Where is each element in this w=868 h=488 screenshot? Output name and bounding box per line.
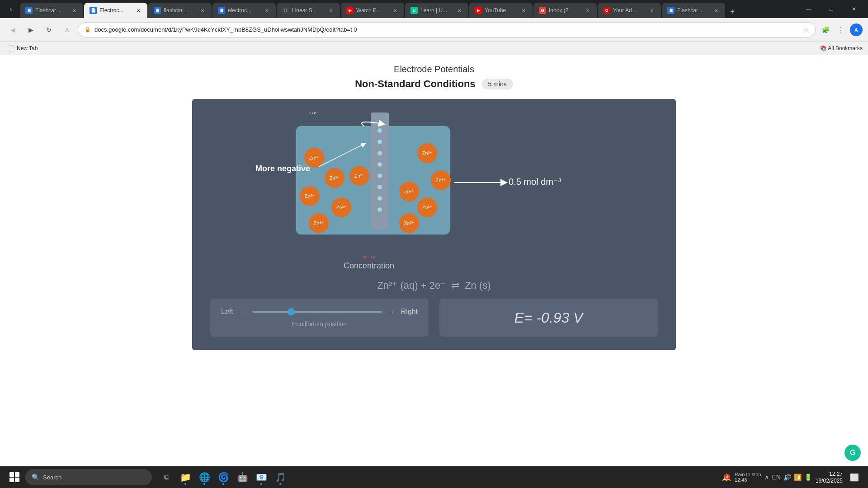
- minimize-button[interactable]: —: [798, 2, 819, 16]
- notification-time: 12:48: [735, 477, 747, 483]
- outlook-button[interactable]: 📧: [252, 468, 270, 486]
- tab-flashcards-11[interactable]: 📋 Flashcar... ✕: [662, 3, 725, 18]
- tab-linear[interactable]: ⬡ Linear S... ✕: [277, 3, 340, 18]
- tab-flashcards-1[interactable]: 📋 Flashcar... ✕: [20, 3, 83, 18]
- titlebar: ‹ 📋 Flashcar... ✕ 📄 Electroc... ✕ 📋 flas…: [0, 0, 868, 18]
- forward-button[interactable]: ▶: [24, 23, 38, 37]
- svg-point-6: [377, 174, 382, 178]
- tab-close-10[interactable]: ✕: [648, 7, 656, 14]
- edge-active-dot: [222, 483, 224, 485]
- back-button[interactable]: ◀: [5, 23, 20, 37]
- grammarly-button[interactable]: G: [844, 445, 861, 461]
- network-icon[interactable]: 📶: [794, 474, 802, 481]
- tab-electroc[interactable]: 📄 Electroc... ✕: [84, 3, 147, 18]
- extensions-area: 🧩 ⋮ A: [819, 23, 863, 36]
- tab-close-2[interactable]: ✕: [135, 7, 142, 14]
- show-desktop-button[interactable]: ⬜: [846, 469, 863, 485]
- page-subtitle: Non-Standard Conditions: [355, 78, 475, 90]
- extensions-button[interactable]: 🧩: [819, 23, 832, 36]
- slider-thumb[interactable]: [288, 308, 295, 315]
- outlook-icon: 📧: [256, 472, 267, 483]
- bookmark-star-icon[interactable]: ☆: [803, 26, 809, 33]
- svg-point-8: [377, 196, 382, 201]
- diagram-svg: More negative Zn²⁺ Zn²⁺ Zn²⁺ Zn²⁺ Zn²⁺ Z…: [210, 113, 662, 253]
- edge-icon: 🌀: [218, 472, 229, 483]
- tab-close-8[interactable]: ✕: [520, 7, 527, 14]
- svg-point-5: [377, 162, 382, 167]
- tab-inbox[interactable]: M Inbox (2... ✕: [533, 3, 597, 18]
- search-text: Search: [43, 474, 61, 481]
- tab-ads[interactable]: O Your Ad... ✕: [598, 3, 661, 18]
- svg-text:0.5 mol dm⁻³: 0.5 mol dm⁻³: [509, 177, 561, 187]
- volume-icon[interactable]: 🔊: [783, 474, 791, 481]
- svg-text:Zn²⁺: Zn²⁺: [422, 205, 433, 210]
- slider-track[interactable]: [252, 311, 382, 313]
- all-bookmarks-button[interactable]: 📚 All Bookmarks: [820, 45, 863, 52]
- maximize-button[interactable]: □: [821, 2, 842, 16]
- time-badge: 5 mins: [482, 79, 513, 89]
- tab-favicon-6: ▶: [346, 7, 354, 14]
- tab-label-watch: Watch F...: [356, 7, 389, 14]
- page-content: Electrode Potentials Non-Standard Condit…: [0, 55, 868, 466]
- new-tab-button[interactable]: +: [726, 5, 739, 18]
- user-menu-button[interactable]: ⋮: [835, 23, 847, 36]
- tab-youtube[interactable]: ▶ YouTube ✕: [469, 3, 533, 18]
- reload-button[interactable]: ↻: [42, 23, 56, 37]
- language-icon[interactable]: EN: [772, 474, 780, 481]
- tab-flashcards-3[interactable]: 📋 flashcar... ✕: [148, 3, 212, 18]
- chevron-down-icon: ⌄⌄: [361, 250, 377, 260]
- chevron-up-icon[interactable]: ∧: [764, 474, 769, 481]
- start-button[interactable]: [5, 468, 24, 486]
- app-active-dot: [184, 483, 186, 485]
- bottom-boxes: Left ← → Right Equilibrium position E= -…: [210, 299, 658, 337]
- tab-electroc-4[interactable]: 📋 electroc... ✕: [212, 3, 276, 18]
- tab-favicon-4: 📋: [218, 7, 225, 14]
- search-icon: 🔍: [32, 474, 39, 481]
- tab-close-11[interactable]: ✕: [712, 7, 720, 14]
- svg-point-3: [377, 140, 382, 144]
- tab-strip: 📋 Flashcar... ✕ 📄 Electroc... ✕ 📋 flashc…: [20, 0, 793, 18]
- close-button[interactable]: ✕: [844, 2, 864, 16]
- tab-close-9[interactable]: ✕: [584, 7, 591, 14]
- tab-close-3[interactable]: ✕: [199, 7, 206, 14]
- svg-point-9: [377, 207, 382, 212]
- tab-favicon-2: 📄: [90, 7, 97, 14]
- tab-scroll-left[interactable]: ‹: [4, 2, 18, 16]
- tab-close-4[interactable]: ✕: [263, 7, 270, 14]
- copilot-button[interactable]: 🤖: [233, 468, 251, 486]
- tab-favicon-10: O: [603, 7, 610, 14]
- clock[interactable]: 12:27 19/02/2025: [816, 470, 843, 484]
- taskview-button[interactable]: ⧉: [157, 468, 175, 486]
- tab-close-7[interactable]: ✕: [456, 7, 463, 14]
- newtab-bookmark[interactable]: 📄 New Tab: [5, 44, 40, 52]
- profile-button[interactable]: A: [850, 23, 863, 36]
- tab-close-5[interactable]: ✕: [327, 7, 335, 14]
- tab-watch[interactable]: ▶ Watch F... ✕: [341, 3, 404, 18]
- home-button[interactable]: ⌂: [60, 23, 74, 37]
- bookmarks-bar: 📄 New Tab 📚 All Bookmarks: [0, 42, 868, 55]
- edge-button[interactable]: 🌀: [214, 468, 232, 486]
- battery-icon[interactable]: 🔋: [804, 474, 812, 481]
- tab-learn[interactable]: U Learn | U... ✕: [405, 3, 468, 18]
- taskbar-search[interactable]: 🔍 Search: [25, 469, 152, 485]
- tab-close-1[interactable]: ✕: [71, 7, 78, 14]
- subtitle-row: Non-Standard Conditions 5 mins: [355, 78, 513, 90]
- tab-close-6[interactable]: ✕: [392, 7, 399, 14]
- chrome-button[interactable]: 🌐: [195, 468, 213, 486]
- notification-text[interactable]: Rain to stop 12:48: [735, 472, 761, 483]
- url-text: docs.google.com/document/d/1kyPwK9q4KcYc…: [94, 26, 800, 33]
- svg-text:Zn²⁺: Zn²⁺: [336, 205, 347, 210]
- svg-point-7: [377, 185, 382, 189]
- spotify-button[interactable]: 🎵: [271, 468, 289, 486]
- notification-area[interactable]: 🔔 4: [722, 473, 731, 482]
- tab-label-inbox: Inbox (2...: [549, 7, 581, 14]
- concentration-label: Concentration: [344, 261, 394, 271]
- e-value-text: E= -0.93 V: [514, 310, 583, 326]
- file-explorer-icon: 📁: [180, 472, 191, 483]
- arrow-right-icon: →: [388, 308, 395, 315]
- address-bar[interactable]: 🔒 docs.google.com/document/d/1kyPwK9q4Kc…: [78, 22, 816, 38]
- svg-text:Zn²⁺: Zn²⁺: [309, 113, 320, 115]
- file-explorer-button[interactable]: 📁: [176, 468, 194, 486]
- notification-app-label: Rain to stop: [735, 472, 761, 477]
- newtab-icon: 📄: [8, 45, 15, 52]
